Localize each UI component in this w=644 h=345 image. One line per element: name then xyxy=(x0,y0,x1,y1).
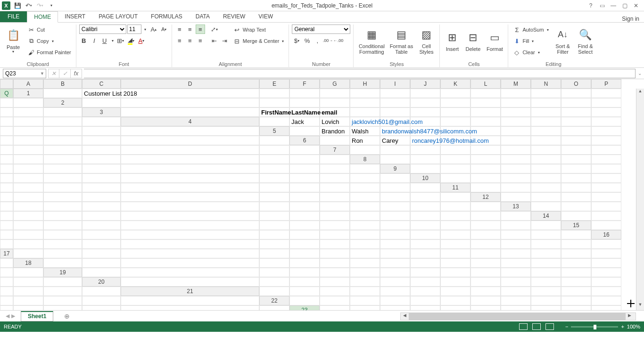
cell-B10[interactable] xyxy=(471,173,501,183)
cell-P20[interactable] xyxy=(43,287,82,296)
cell-A1[interactable] xyxy=(43,89,82,98)
row-header-1[interactable]: 1 xyxy=(13,89,43,98)
cell-J14[interactable] xyxy=(320,221,350,230)
cell-O20[interactable] xyxy=(13,287,43,296)
normal-view-button[interactable] xyxy=(519,323,528,330)
col-header-P[interactable]: P xyxy=(591,79,621,89)
cell-Q3[interactable] xyxy=(82,117,121,126)
cell-J3[interactable] xyxy=(501,107,531,117)
cell-M20[interactable] xyxy=(591,277,621,287)
cell-K1[interactable] xyxy=(471,89,501,98)
cell-B18[interactable] xyxy=(82,258,121,268)
sheet-tab-sheet1[interactable]: Sheet1 xyxy=(21,311,53,321)
cell-I15[interactable] xyxy=(320,230,350,239)
cell-D16[interactable] xyxy=(82,239,121,249)
cell-D6[interactable]: roncarey1976@hotmail.com xyxy=(410,136,440,145)
cell-I7[interactable] xyxy=(591,145,621,155)
cell-D1[interactable] xyxy=(259,89,289,98)
cell-L7[interactable] xyxy=(43,155,82,164)
cell-H16[interactable] xyxy=(320,239,350,249)
cell-A19[interactable] xyxy=(82,268,121,277)
cell-D17[interactable] xyxy=(121,249,259,258)
cell-J21[interactable] xyxy=(531,287,561,296)
decrease-decimal-button[interactable]: ←.00 xyxy=(333,36,343,45)
name-box-dropdown[interactable]: ▼ xyxy=(40,71,46,76)
font-size-input[interactable] xyxy=(127,25,141,34)
cell-B15[interactable] xyxy=(0,230,13,239)
cell-N20[interactable] xyxy=(0,287,13,296)
cell-M1[interactable] xyxy=(531,89,561,98)
cell-I11[interactable] xyxy=(82,192,121,202)
cell-E19[interactable] xyxy=(320,268,350,277)
cell-A22[interactable] xyxy=(289,296,320,305)
decrease-font-button[interactable]: A▾ xyxy=(159,25,169,34)
cell-P22[interactable] xyxy=(121,305,259,310)
cell-D8[interactable] xyxy=(471,155,501,164)
cell-F18[interactable] xyxy=(320,258,350,268)
col-header-D[interactable]: D xyxy=(121,79,259,89)
cell-Q10[interactable] xyxy=(410,183,440,192)
cell-L2[interactable] xyxy=(531,98,561,107)
cell-O2[interactable] xyxy=(0,107,13,117)
cell-F20[interactable] xyxy=(380,277,410,287)
copy-button[interactable]: ⧉Copy▾ xyxy=(25,36,73,46)
cell-H22[interactable] xyxy=(501,296,531,305)
col-header-Q[interactable]: Q xyxy=(0,89,13,98)
cell-Q9[interactable] xyxy=(380,173,410,183)
cell-P3[interactable] xyxy=(43,117,82,126)
cell-B22[interactable] xyxy=(320,296,350,305)
vscroll-track[interactable] xyxy=(636,97,644,302)
tab-page-layout[interactable]: PAGE LAYOUT xyxy=(92,11,144,22)
col-header-L[interactable]: L xyxy=(471,79,501,89)
bold-button[interactable]: B xyxy=(79,36,89,45)
qat-customize[interactable]: ▾ xyxy=(47,1,56,10)
cell-D2[interactable] xyxy=(289,98,320,107)
increase-font-button[interactable]: A▴ xyxy=(149,25,158,34)
cell-J5[interactable] xyxy=(561,126,591,136)
cell-J13[interactable] xyxy=(289,211,320,221)
cell-D13[interactable] xyxy=(0,211,13,221)
merge-center-button[interactable]: ⊟Merge & Center▾ xyxy=(231,36,286,46)
scroll-up-button[interactable]: ▲ xyxy=(636,89,644,97)
cell-Q4[interactable] xyxy=(121,126,259,136)
cell-Q12[interactable] xyxy=(471,202,501,211)
cell-M12[interactable] xyxy=(350,202,380,211)
cell-H3[interactable] xyxy=(440,107,471,117)
align-bottom-button[interactable]: ≡ xyxy=(196,25,205,34)
cell-I20[interactable] xyxy=(471,277,501,287)
cell-J15[interactable] xyxy=(350,230,380,239)
find-select-button[interactable]: 🔍Find & Select xyxy=(575,25,596,58)
italic-button[interactable]: I xyxy=(90,36,99,45)
cell-F17[interactable] xyxy=(289,249,320,258)
cell-H2[interactable] xyxy=(410,98,440,107)
cell-N12[interactable] xyxy=(380,202,410,211)
row-header-5[interactable]: 5 xyxy=(259,126,289,136)
cell-A8[interactable] xyxy=(380,155,410,164)
sheet-nav-prev[interactable]: ◀ xyxy=(5,313,10,319)
col-header-J[interactable]: J xyxy=(410,79,440,89)
cell-G18[interactable] xyxy=(350,258,380,268)
row-header-4[interactable]: 4 xyxy=(121,117,259,126)
cell-N8[interactable] xyxy=(259,164,289,173)
cell-O11[interactable] xyxy=(380,192,410,202)
cell-K3[interactable] xyxy=(531,107,561,117)
tab-home[interactable]: HOME xyxy=(27,11,58,23)
cell-M17[interactable] xyxy=(501,249,531,258)
cell-O7[interactable] xyxy=(259,155,289,164)
cell-G14[interactable] xyxy=(121,221,259,230)
cell-H4[interactable] xyxy=(471,117,501,126)
row-header-17[interactable]: 17 xyxy=(0,249,13,258)
cell-F21[interactable] xyxy=(410,287,440,296)
cell-N10[interactable] xyxy=(320,183,350,192)
cell-I13[interactable] xyxy=(259,211,289,221)
row-header-11[interactable]: 11 xyxy=(440,183,471,192)
cell-M19[interactable] xyxy=(561,268,591,277)
cell-F16[interactable] xyxy=(259,239,289,249)
cell-L9[interactable] xyxy=(121,173,259,183)
cell-P21[interactable] xyxy=(82,296,121,305)
ribbon-options-button[interactable]: ▭ xyxy=(598,2,606,9)
cell-J7[interactable] xyxy=(0,155,13,164)
insert-cells-button[interactable]: ⊞Insert xyxy=(443,25,462,58)
cell-K6[interactable] xyxy=(0,145,13,155)
cell-G3[interactable] xyxy=(410,107,440,117)
